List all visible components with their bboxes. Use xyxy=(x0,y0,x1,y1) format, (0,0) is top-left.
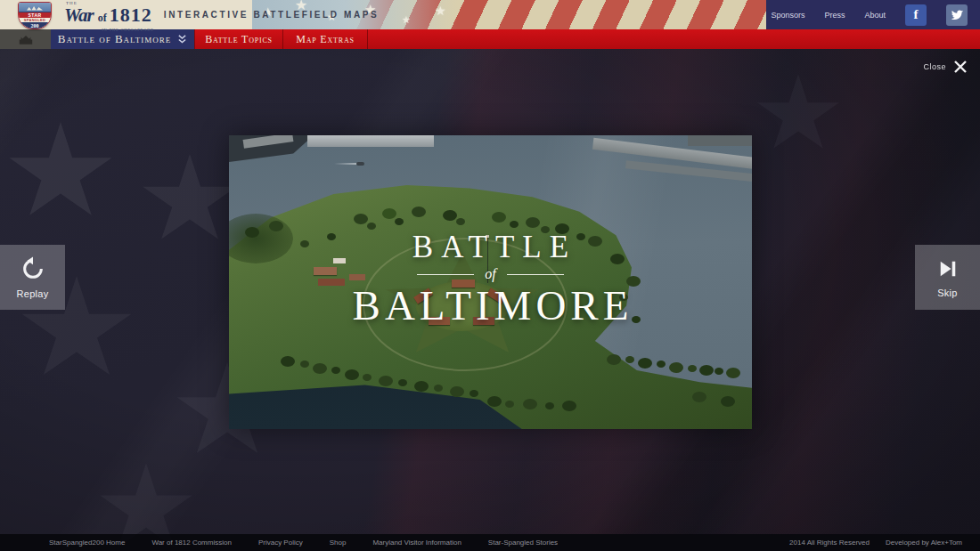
top-utility-nav: Sponsors Press About f xyxy=(766,0,980,29)
background-star-decoration xyxy=(755,74,841,156)
skip-label: Skip xyxy=(937,288,958,298)
close-label: Close xyxy=(923,62,946,71)
close-video-button[interactable]: Close xyxy=(923,60,968,74)
video-title-line2: of xyxy=(485,266,495,282)
footer-link-war-of-1812-commission[interactable]: War of 1812 Commission xyxy=(151,539,232,547)
badge-fort-illustration xyxy=(19,3,51,12)
wordmark-subtitle: IN THE CHESAPEAKE xyxy=(102,28,154,32)
boat xyxy=(356,162,364,166)
site-tagline: INTERACTIVE BATTLEFIELD MAPS xyxy=(164,10,380,20)
flag-star-icon: ★ xyxy=(435,4,446,18)
nav-tab-label: Battle Topics xyxy=(205,33,273,46)
video-title-line3: BALTIMORE xyxy=(229,285,752,326)
nav-tab-label: Battle of Baltimore xyxy=(58,32,172,46)
intro-video-player[interactable]: BATTLE of BALTIMORE xyxy=(229,135,752,429)
top-header-bar: STAR SPANGLED 200 THE War of 1812 IN THE… xyxy=(0,0,980,29)
replay-label: Replay xyxy=(16,288,48,299)
twitter-icon[interactable] xyxy=(946,4,968,26)
skip-button[interactable]: Skip xyxy=(915,245,980,310)
title-rule-right xyxy=(507,274,564,275)
replay-icon xyxy=(20,256,45,281)
footer-link-privacy-policy[interactable]: Privacy Policy xyxy=(258,539,303,547)
skip-icon xyxy=(936,257,960,280)
title-rule-left xyxy=(417,274,474,275)
close-icon xyxy=(953,60,968,74)
twitter-bird-icon xyxy=(950,8,964,22)
nav-tab-battle-of-baltimore[interactable]: Battle of Baltimore xyxy=(51,29,194,49)
boat-wake xyxy=(334,163,357,165)
sponsors-link[interactable]: Sponsors xyxy=(771,11,804,20)
home-icon xyxy=(18,33,34,45)
main-navigation: Battle of Baltimore Battle Topics Map Ex… xyxy=(0,29,980,49)
footer-link-shop[interactable]: Shop xyxy=(330,539,347,547)
home-button[interactable] xyxy=(0,29,51,49)
footer-link-maryland-visitor-information[interactable]: Maryland Visitor Information xyxy=(372,539,461,547)
aerial-fort-mchenry-footage: BATTLE of BALTIMORE xyxy=(229,135,752,429)
trees xyxy=(229,135,238,142)
replay-button[interactable]: Replay xyxy=(0,245,65,310)
wordmark-war: War xyxy=(64,4,94,27)
nav-tab-label: Map Extras xyxy=(296,33,354,46)
facebook-icon[interactable]: f xyxy=(905,4,927,26)
footer: StarSpangled200 Home War of 1812 Commiss… xyxy=(0,534,980,551)
nav-tab-map-extras[interactable]: Map Extras xyxy=(283,29,368,49)
press-link[interactable]: Press xyxy=(824,11,845,20)
video-overlay-backdrop: Close xyxy=(0,49,980,534)
flag-star-icon: ★ xyxy=(402,14,411,26)
developer-credit[interactable]: Developed by Alex+Tom xyxy=(886,539,962,547)
video-title-line1: BATTLE xyxy=(229,231,752,263)
background-star-decoration xyxy=(7,122,114,224)
background-star-decoration xyxy=(141,154,239,247)
about-link[interactable]: About xyxy=(864,11,886,20)
copyright-text: 2014 All Rights Reserved xyxy=(789,539,870,547)
wordmark-of: of xyxy=(98,12,107,25)
footer-links: StarSpangled200 Home War of 1812 Commiss… xyxy=(0,539,558,547)
pier-structure xyxy=(688,135,752,146)
chevron-double-down-icon xyxy=(177,35,187,44)
wordmark-the: THE xyxy=(66,1,78,5)
wordmark-1812: 1812 xyxy=(110,4,152,27)
footer-link-starspangled200-home[interactable]: StarSpangled200 Home xyxy=(49,539,125,547)
video-title-overlay: BATTLE of BALTIMORE xyxy=(229,231,752,326)
nav-tab-battle-topics[interactable]: Battle Topics xyxy=(194,29,283,49)
warehouse-building xyxy=(307,135,434,147)
footer-link-star-spangled-stories[interactable]: Star-Spangled Stories xyxy=(488,539,558,547)
nav-red-section: Battle Topics Map Extras xyxy=(194,29,980,49)
badge-text-200: 200 xyxy=(19,22,51,29)
star-spangled-200-badge: STAR SPANGLED 200 xyxy=(18,2,52,29)
logo-area: STAR SPANGLED 200 THE War of 1812 IN THE… xyxy=(0,0,252,29)
footer-right: 2014 All Rights Reserved Developed by Al… xyxy=(789,539,962,547)
war-of-1812-wordmark: THE War of 1812 IN THE CHESAPEAKE xyxy=(64,4,152,27)
page: STAR SPANGLED 200 THE War of 1812 IN THE… xyxy=(0,0,980,551)
